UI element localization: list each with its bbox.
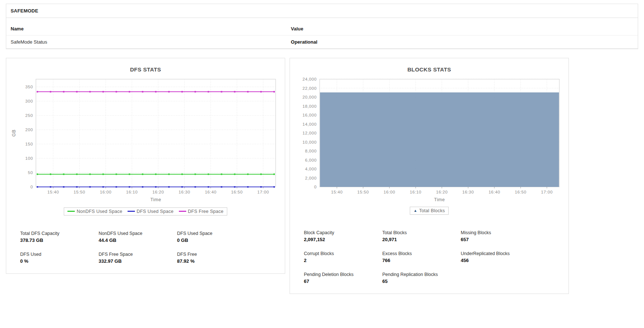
stat-nondfs-used-space: NonDFS Used Space 44.4 GB (99, 231, 177, 243)
stat-label: DFS Used (20, 252, 99, 257)
legend-label: DFS Free Space (188, 209, 224, 214)
blocks-stats-chart[interactable]: 02,0004,0006,0008,00010,00012,00014,0001… (293, 75, 565, 204)
legend-item[interactable]: ▲Total Blocks (413, 208, 445, 213)
svg-text:16,000: 16,000 (302, 113, 317, 117)
svg-text:15:50: 15:50 (74, 190, 85, 194)
stat-label: UnderReplicated Blocks (461, 251, 539, 256)
stat-label: Total Blocks (382, 230, 461, 235)
svg-text:16:20: 16:20 (436, 190, 448, 194)
hadoop-monitor-page: SAFEMODE Name Value SafeMode Status Oper… (0, 0, 644, 309)
stat-dfs-free-space: DFS Free Space 332.97 GB (99, 252, 177, 264)
svg-text:Time: Time (434, 197, 445, 202)
line-series-icon (128, 211, 135, 212)
stat-block-capacity: Block Capacity 2,097,152 (304, 230, 382, 242)
legend-item[interactable]: NonDFS Used Space (67, 209, 122, 214)
svg-text:20,000: 20,000 (302, 95, 317, 99)
stat-value: 657 (461, 237, 539, 242)
stat-label: Pending Deletion Blocks (304, 272, 382, 277)
stat-value: 44.4 GB (99, 237, 177, 243)
stat-pending-replication-blocks: Pending Replication Blocks 65 (382, 272, 461, 284)
svg-text:350: 350 (25, 85, 33, 89)
svg-text:0: 0 (314, 185, 317, 189)
stat-total-dfs-capacity: Total DFS Capacity 378.73 GB (20, 231, 99, 243)
stat-pending-deletion-blocks: Pending Deletion Blocks 67 (304, 272, 382, 284)
svg-text:50: 50 (28, 170, 33, 175)
dfs-stats-chart[interactable]: 05010015020025030035015:4015:5016:0016:1… (10, 75, 281, 204)
stat-value: 0 GB (177, 237, 255, 243)
blocks-legend: ▲Total Blocks (410, 207, 449, 215)
stat-label: Block Capacity (304, 230, 382, 235)
stat-underreplicated-blocks: UnderReplicated Blocks 456 (461, 251, 539, 263)
stat-label: Excess Blocks (382, 251, 461, 256)
svg-text:16:30: 16:30 (462, 190, 474, 194)
safemode-panel-title: SAFEMODE (6, 4, 638, 18)
safemode-panel: SAFEMODE Name Value SafeMode Status Oper… (6, 4, 638, 49)
stat-label: Total DFS Capacity (20, 231, 99, 236)
stat-label: DFS Free (177, 252, 255, 257)
stat-value: 2,097,152 (304, 237, 382, 242)
svg-text:200: 200 (25, 128, 33, 132)
stat-total-blocks: Total Blocks 20,971 (382, 230, 461, 242)
svg-text:250: 250 (25, 113, 33, 118)
svg-text:15:40: 15:40 (47, 190, 59, 194)
svg-text:16:40: 16:40 (489, 190, 500, 194)
svg-text:300: 300 (25, 99, 33, 103)
svg-text:150: 150 (25, 142, 33, 146)
stat-excess-blocks: Excess Blocks 766 (382, 251, 461, 263)
svg-text:16:50: 16:50 (515, 190, 526, 194)
svg-text:2,000: 2,000 (305, 176, 317, 180)
legend-label: NonDFS Used Space (77, 209, 122, 214)
stat-label: Missing Blocks (461, 230, 539, 235)
dfs-legend-wrap: NonDFS Used SpaceDFS Used SpaceDFS Free … (6, 207, 285, 215)
svg-text:16:10: 16:10 (126, 190, 138, 194)
column-header-value: Value (291, 26, 633, 32)
svg-text:14,000: 14,000 (302, 122, 317, 126)
legend-item[interactable]: DFS Free Space (179, 209, 224, 214)
stat-value: 2 (304, 258, 382, 263)
stat-value: 20,971 (382, 237, 461, 242)
svg-text:12,000: 12,000 (302, 131, 317, 135)
stat-value: 65 (382, 279, 461, 284)
charts-row: DFS STATS 05010015020025030035015:4015:5… (6, 58, 638, 294)
svg-text:17:00: 17:00 (541, 190, 553, 194)
stat-dfs-used-space: DFS Used Space 0 GB (177, 231, 255, 243)
stat-value: 766 (382, 258, 461, 263)
svg-text:GB: GB (11, 129, 16, 136)
dfs-legend: NonDFS Used SpaceDFS Used SpaceDFS Free … (64, 207, 227, 215)
svg-text:16:40: 16:40 (205, 190, 217, 194)
svg-text:16:50: 16:50 (231, 190, 243, 194)
svg-text:17:00: 17:00 (257, 190, 269, 194)
area-series-icon: ▲ (413, 209, 417, 213)
svg-text:16:30: 16:30 (179, 190, 190, 194)
blocks-legend-wrap: ▲Total Blocks (290, 207, 568, 215)
stat-label: Corrupt Blocks (304, 251, 382, 256)
stat-dfs-free: DFS Free 87.92 % (177, 252, 255, 264)
stat-label: DFS Free Space (99, 252, 177, 257)
svg-text:24,000: 24,000 (302, 77, 317, 81)
stat-value: 456 (461, 258, 539, 263)
safemode-status-row: SafeMode Status Operational (6, 36, 638, 49)
stat-corrupt-blocks: Corrupt Blocks 2 (304, 251, 382, 263)
svg-text:0: 0 (30, 185, 33, 189)
blocks-stats-panel: BLOCKS STATS 02,0004,0006,0008,00010,000… (290, 58, 569, 294)
stat-value: 378.73 GB (20, 237, 99, 243)
dfs-stats-panel: DFS STATS 05010015020025030035015:4015:5… (6, 58, 285, 274)
svg-text:16:20: 16:20 (152, 190, 164, 194)
svg-text:16:00: 16:00 (383, 190, 395, 194)
stat-value: 87.92 % (177, 258, 255, 264)
line-series-icon (179, 211, 186, 212)
column-header-name: Name (11, 26, 291, 32)
svg-text:15:40: 15:40 (331, 190, 343, 194)
safemode-table-header-row: Name Value (6, 22, 638, 36)
svg-text:15:50: 15:50 (357, 190, 369, 194)
safemode-status-name: SafeMode Status (11, 39, 291, 45)
svg-text:4,000: 4,000 (305, 167, 317, 171)
legend-label: Total Blocks (419, 208, 445, 213)
stat-missing-blocks: Missing Blocks 657 (461, 230, 539, 242)
blocks-stats-grid: Block Capacity 2,097,152 Total Blocks 20… (304, 230, 568, 284)
stat-label: Pending Replication Blocks (382, 272, 461, 277)
stat-dfs-used: DFS Used 0 % (20, 252, 99, 264)
svg-text:Time: Time (150, 197, 161, 202)
stat-value: 332.97 GB (99, 258, 177, 264)
legend-item[interactable]: DFS Used Space (128, 209, 174, 214)
